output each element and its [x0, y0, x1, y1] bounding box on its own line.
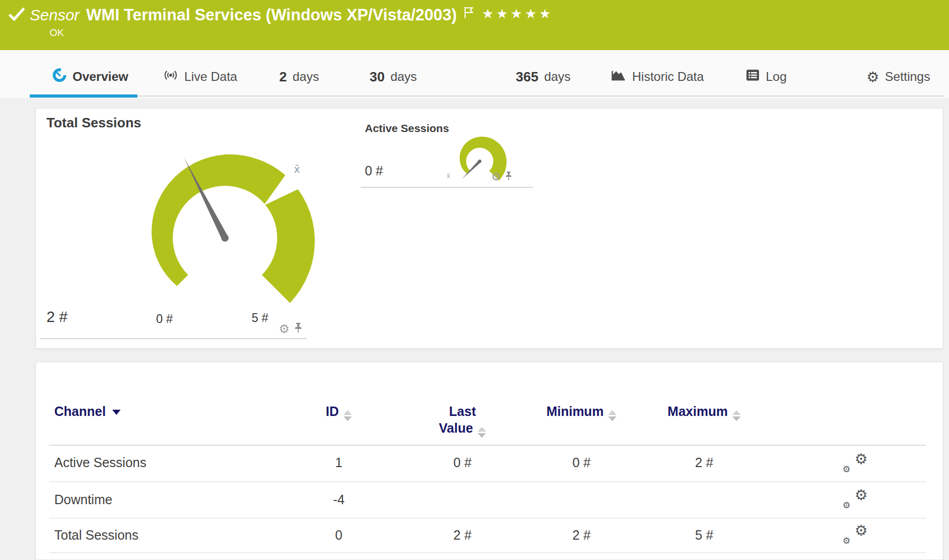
sort-arrows-icon[interactable] [608, 410, 616, 421]
channel-settings-gears-icon[interactable]: ⚙⚙ [843, 488, 868, 510]
column-header-minimum[interactable]: Minimum [540, 404, 623, 421]
row-divider [49, 481, 926, 482]
gauge-icon [52, 68, 67, 86]
sort-arrows-icon[interactable] [478, 427, 486, 438]
area-chart-icon [611, 68, 626, 85]
row-divider [49, 518, 926, 519]
gauge-underline [40, 338, 307, 339]
column-header-id[interactable]: ID [297, 404, 381, 421]
channel-settings-gears-icon[interactable]: ⚙⚙ [843, 523, 868, 545]
channel-name-cell: Total Sessions [54, 528, 138, 543]
gauge-settings-gear-icon[interactable]: ⚙ [279, 323, 290, 335]
sort-arrows-icon[interactable] [343, 410, 352, 421]
live-broadcast-icon [163, 68, 179, 85]
gear-icon: ⚙ [867, 70, 879, 84]
row-divider [49, 552, 926, 553]
active-tab-underline [30, 94, 137, 98]
tab-bar: Overview Live Data 2 days 30 days 365 da… [0, 50, 949, 98]
tab-live-data[interactable]: Live Data [163, 67, 237, 87]
channel-name-cell: Downtime [54, 492, 112, 507]
total-sessions-gauge [115, 134, 335, 311]
active-sessions-value: 0 # [365, 163, 383, 178]
id-cell: 0 [297, 528, 381, 543]
gauge-needle-pivot [221, 234, 229, 242]
minimum-cell: 0 # [540, 455, 623, 470]
tab-365-days[interactable]: 365 days [516, 67, 571, 87]
minimum-cell: 2 # [540, 528, 623, 543]
gauge-max-label: 5 # [252, 311, 268, 325]
pin-icon[interactable] [294, 323, 302, 336]
channels-table-panel: Channel ID Last Value Minimum Maximum Ac… [35, 362, 943, 560]
object-kind-label: Sensor [30, 4, 79, 27]
status-check-icon [8, 7, 26, 25]
sort-arrows-icon[interactable] [732, 410, 741, 421]
gauge-underline [361, 187, 533, 188]
last-value-cell: 0 # [421, 455, 504, 470]
tab-historic-data[interactable]: Historic Data [611, 67, 704, 87]
header-divider [49, 445, 926, 446]
tab-settings[interactable]: ⚙ Settings [867, 67, 930, 87]
column-header-maximum[interactable]: Maximum [662, 404, 746, 421]
status-badge: OK [50, 27, 64, 39]
average-marker-label: x̄ [447, 172, 450, 180]
log-list-icon [745, 68, 760, 85]
pin-icon[interactable] [505, 171, 512, 183]
gauge-settings-gear-icon[interactable]: ⚙ [491, 172, 501, 183]
id-cell: 1 [297, 455, 381, 470]
priority-stars[interactable]: ★★★★★ [482, 6, 553, 22]
channel-settings-gears-icon[interactable]: ⚙⚙ [843, 452, 868, 474]
sort-caret-down-icon [112, 410, 121, 415]
tab-divider-line [137, 96, 945, 97]
maximum-cell: 2 # [662, 455, 746, 470]
total-sessions-gauge-title: Total Sessions [46, 115, 141, 131]
tab-log[interactable]: Log [745, 67, 787, 87]
tab-30-days[interactable]: 30 days [370, 67, 417, 87]
gauge-min-label: 0 # [156, 312, 173, 326]
average-marker-label: x̄ [294, 164, 300, 174]
gauges-panel: Total Sessions x̄ 2 # 0 # 5 # ⚙ Active S… [35, 108, 943, 349]
tab-2-days[interactable]: 2 days [279, 67, 319, 87]
maximum-cell: 5 # [662, 528, 746, 543]
total-sessions-value: 2 # [46, 308, 67, 326]
column-header-last-value-line1[interactable]: Last [421, 404, 504, 419]
active-sessions-gauge-title: Active Sessions [365, 122, 449, 135]
active-sessions-gauge: x̄ [446, 130, 514, 193]
channel-name-cell: Active Sessions [54, 455, 146, 470]
page-title: WMI Terminal Services (Windows XP/Vista/… [86, 4, 457, 27]
sensor-header: Sensor WMI Terminal Services (Windows XP… [0, 0, 949, 50]
column-header-last-value-line2[interactable]: Value [421, 421, 504, 438]
priority-flag-icon[interactable] [464, 6, 475, 21]
column-header-channel[interactable]: Channel [54, 404, 121, 419]
last-value-cell: 2 # [421, 528, 504, 543]
gauge-needle-pivot [478, 160, 481, 163]
id-cell: -4 [297, 492, 381, 507]
tab-overview[interactable]: Overview [52, 67, 128, 87]
